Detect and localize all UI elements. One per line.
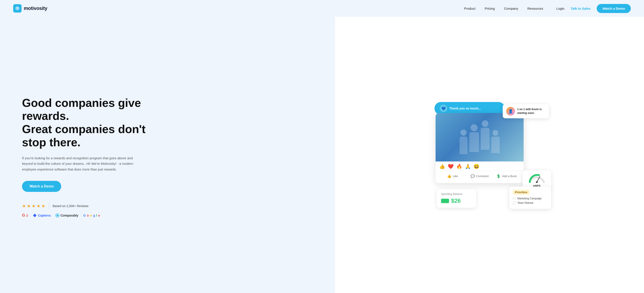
nav-links: Product Pricing Company Resources [464,7,543,10]
star-3: ★ [32,203,36,209]
comment-button[interactable]: 💬 Comment [466,172,493,180]
person-4 [491,130,500,153]
hero-heading-line1: Good companies give rewards. [22,97,141,123]
notification-card: 👤 1 on 1 with Kevin is starting soon. [503,104,549,118]
hero-left: Good companies give rewards. Great compa… [0,17,335,293]
review-divider [49,203,49,209]
google-logo[interactable]: Google [83,213,100,217]
hero-section: Good companies give rewards. Great compa… [0,17,644,293]
social-post-card: 👍 ❤️ 🔥 🙏 😆 👍 Like 💬 Comment [436,113,524,183]
nav-product[interactable]: Product [464,7,476,10]
enps-gauge [528,173,546,183]
capterra-label: Capterra [38,214,50,217]
priority-label-2: Team Retreat [518,201,533,204]
priority-checkbox-1[interactable] [513,197,516,200]
google-l: l [96,213,97,217]
post-photo [436,113,524,161]
person-2 [469,124,479,152]
spending-amount: $26 [451,197,461,204]
like-icon: 👍 [447,174,452,178]
logo-icon [13,4,22,13]
review-count-text: Based on 2,000+ Reviews [52,204,88,208]
enps-chart [528,173,546,183]
priorities-header: Priorities [513,190,530,195]
nav-resources[interactable]: Resources [527,7,543,10]
talk-to-sales-button[interactable]: Talk to Sales [571,7,591,10]
people-group [455,120,504,154]
google-o1: o [87,213,89,217]
thank-you-text: Thank you so much... [450,107,481,110]
spending-row: $26 [441,197,472,204]
svg-point-2 [56,215,58,216]
like-label: Like [453,174,458,178]
capterra-logo[interactable]: Capterra [33,213,50,217]
notif-text: 1 on 1 with Kevin is starting soon. [517,108,546,115]
logo[interactable]: motivosity [13,4,47,13]
spending-bar-icon [441,199,449,203]
reaction-pray[interactable]: 🙏 [465,164,471,169]
star-2: ★ [27,203,31,209]
google-e: e [98,213,100,217]
person-3 [481,120,490,150]
reaction-heart[interactable]: ❤️ [448,164,454,169]
priority-item-2: Team Retreat [513,201,548,204]
hero-heading: Good companies give rewards. Great compa… [22,97,154,149]
star-4: ★ [36,203,40,209]
notif-avatar: 👤 [506,107,515,116]
nav-right: Login Talk to Sales Watch a Demo [556,4,631,13]
comparably-logo[interactable]: Comparably [56,213,78,217]
hero-subtext: If you're looking for a rewards and reco… [22,155,136,172]
login-button[interactable]: Login [556,7,564,10]
svg-marker-0 [33,214,36,217]
comparably-icon [56,213,60,217]
reactions-bar: 👍 ❤️ 🔥 🙏 😆 [436,161,524,171]
reaction-laugh[interactable]: 😆 [474,164,479,169]
priority-item-1: Marketing Campaign [513,197,548,200]
watch-demo-nav-button[interactable]: Watch a Demo [597,4,631,13]
g2-logo[interactable]: G 2 [22,213,28,218]
priority-checkbox-2[interactable] [513,202,516,204]
capterra-icon [33,213,37,217]
watch-demo-hero-button[interactable]: Watch a Demo [22,181,61,192]
g2-label: 2 [26,213,28,217]
hero-heading-line2: Great companies don't stop there. [22,123,146,149]
google-o2: o [90,213,92,217]
star-1: ★ [22,203,26,209]
reaction-fire[interactable]: 🔥 [456,164,462,169]
spending-label: Spending Balance [441,193,472,196]
priorities-card: Priorities Marketing Campaign Team Retre… [509,187,551,209]
comment-icon: 💬 [470,174,475,178]
comparably-label: Comparably [60,214,78,217]
mockup-container: 💙 Thank you so much... [432,98,547,212]
brand-name: motivosity [24,6,47,11]
dollar-icon: 💲 [496,174,501,178]
google-g2: g [93,213,95,217]
spending-card: Spending Balance $26 [437,189,476,208]
star-5: ★ [42,203,45,209]
g2-icon: G [22,213,25,218]
nav-pricing[interactable]: Pricing [485,7,495,10]
actions-bar: 👍 Like 💬 Comment 💲 Add a Buck [436,171,524,183]
comment-label: Comment [476,174,488,178]
heart-icon: 💙 [440,105,447,112]
like-button[interactable]: 👍 Like [439,172,466,180]
star-rating: ★ ★ ★ ★ ★ [22,203,45,209]
google-g: G [83,213,86,217]
hero-right: 💙 Thank you so much... [335,17,644,293]
partner-logos: G 2 Capterra Comparably Google [22,213,322,218]
add-buck-label: Add a Buck [502,174,517,178]
reviews-row: ★ ★ ★ ★ ★ Based on 2,000+ Reviews [22,203,322,209]
priority-label-1: Marketing Campaign [518,197,542,200]
nav-company[interactable]: Company [504,7,518,10]
person-1 [460,130,468,154]
reaction-thumbs-up[interactable]: 👍 [439,164,445,169]
add-buck-button[interactable]: 💲 Add a Buck [493,172,520,180]
navbar: motivosity Product Pricing Company Resou… [0,0,644,17]
